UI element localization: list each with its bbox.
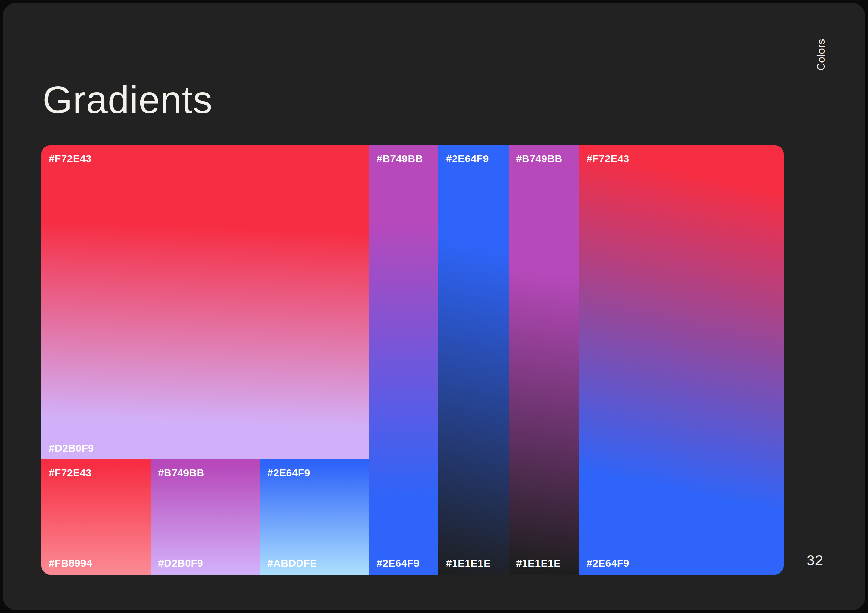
gradient-swatch-red-to-lavender: #F72E43 #D2B0F9 [41, 145, 369, 460]
swatch-end-hex-label: #D2B0F9 [158, 557, 203, 569]
swatch-start-hex-label: #B749BB [377, 153, 423, 164]
page-title: Gradients [43, 79, 213, 121]
gradient-swatch-blue-to-sky: #2E64F9 #ABDDFE [260, 460, 369, 574]
swatch-start-hex-label: #2E64F9 [446, 153, 489, 164]
page-number: 32 [806, 552, 823, 569]
swatch-end-hex-label: #1E1E1E [516, 557, 561, 569]
swatch-start-hex-label: #B749BB [516, 153, 563, 164]
swatch-start-hex-label: #F72E43 [49, 467, 92, 479]
swatch-end-hex-label: #2E64F9 [587, 557, 629, 569]
swatch-end-hex-label: #2E64F9 [377, 557, 420, 569]
swatch-end-hex-label: #FB8994 [49, 557, 92, 569]
gradient-swatch-purple-to-dark: #B749BB #1E1E1E [508, 145, 579, 574]
gradient-swatch-red-to-salmon: #F72E43 #FB8994 [41, 460, 150, 574]
gradient-grid: #F72E43 #D2B0F9 #F72E43 #FB8994 #B749BB … [41, 145, 784, 574]
section-tab-colors: Colors [815, 39, 828, 71]
swatch-end-hex-label: #1E1E1E [446, 557, 491, 569]
swatch-start-hex-label: #F72E43 [49, 153, 92, 164]
swatch-start-hex-label: #F72E43 [587, 153, 629, 164]
swatch-start-hex-label: #B749BB [158, 467, 205, 479]
gradient-swatch-purple-to-lilac: #B749BB #D2B0F9 [150, 460, 260, 574]
gradient-swatch-blue-to-dark: #2E64F9 #1E1E1E [439, 145, 508, 574]
swatch-end-hex-label: #D2B0F9 [49, 442, 94, 454]
swatch-end-hex-label: #ABDDFE [267, 557, 317, 569]
gradient-grid-left-section: #F72E43 #D2B0F9 #F72E43 #FB8994 #B749BB … [41, 145, 369, 574]
small-swatch-row: #F72E43 #FB8994 #B749BB #D2B0F9 #2E64F9 … [41, 460, 369, 574]
slide-canvas: Gradients Colors #F72E43 #D2B0F9 #F72E43… [3, 3, 865, 610]
gradient-swatch-purple-to-blue: #B749BB #2E64F9 [369, 145, 439, 574]
gradient-swatch-red-to-blue: #F72E43 #2E64F9 [579, 145, 784, 574]
swatch-start-hex-label: #2E64F9 [267, 467, 310, 479]
